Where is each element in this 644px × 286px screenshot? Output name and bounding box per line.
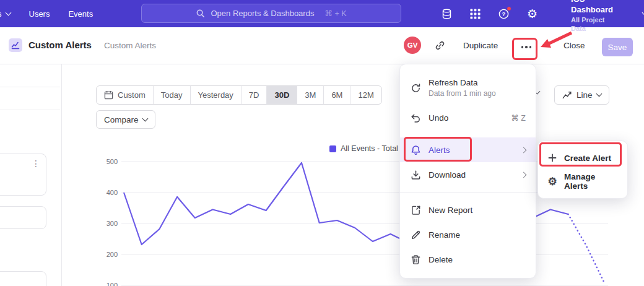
search-label: Open Reports & Dashboards	[211, 9, 314, 18]
date-range-selector: Custom Today Yesterday 7D 30D 3M 6M 12M	[96, 85, 382, 105]
menu-item-sublabel: Data from 1 min ago	[429, 89, 496, 98]
svg-text:?: ?	[502, 10, 506, 17]
trash-icon	[410, 254, 421, 265]
report-type-icon	[9, 38, 22, 52]
search-icon	[196, 9, 205, 18]
nav-item-users[interactable]: Users	[29, 9, 50, 19]
more-options-menu: Refresh Data Data from 1 min ago Undo ⌘ …	[399, 64, 536, 279]
share-link-icon[interactable]	[435, 40, 445, 53]
menu-item-label: Delete	[429, 255, 453, 264]
settings-icon[interactable]: ⚙	[527, 7, 537, 20]
top-navbar: s Users Events Open Reports & Dashboards…	[0, 0, 644, 27]
menu-item-rename[interactable]: Rename	[400, 222, 536, 247]
project-subtitle: All Project Data	[571, 15, 618, 33]
nav-item-truncated[interactable]: s	[0, 9, 11, 19]
date-range-today[interactable]: Today	[153, 86, 190, 104]
compare-button[interactable]: Compare	[96, 110, 155, 129]
chart-type-selector[interactable]: Line	[554, 85, 609, 105]
more-options-button[interactable]	[518, 39, 535, 55]
gear-icon: ⚙	[547, 176, 558, 187]
menu-item-label: Rename	[429, 230, 460, 240]
chevron-right-icon	[521, 171, 527, 178]
sidebar-card[interactable]: ⋮	[0, 154, 46, 196]
menu-item-label: Alerts	[429, 145, 450, 155]
report-toolbar: Custom Alerts Custom Alerts GV Duplicate…	[0, 27, 644, 64]
help-icon[interactable]: ?	[498, 7, 510, 20]
date-range-label: Custom	[118, 90, 146, 100]
undo-icon	[410, 113, 421, 123]
menu-item-refresh-data[interactable]: Refresh Data Data from 1 min ago	[400, 71, 536, 105]
duplicate-button[interactable]: Duplicate	[463, 41, 498, 50]
menu-divider	[400, 192, 536, 193]
calendar-icon	[104, 90, 113, 100]
date-range-7d[interactable]: 7D	[241, 86, 267, 104]
menu-item-undo[interactable]: Undo ⌘ Z	[400, 105, 536, 130]
menu-item-alerts[interactable]: Alerts	[400, 137, 536, 162]
data-icon[interactable]	[441, 7, 453, 20]
menu-item-delete[interactable]: Delete	[400, 247, 536, 272]
line-chart-icon	[562, 90, 572, 100]
more-options-icon	[521, 46, 524, 48]
submenu-item-manage-alerts[interactable]: ⚙ Manage Alerts	[538, 170, 627, 193]
kebab-menu-icon[interactable]: ⋮	[32, 159, 40, 168]
svg-text:400: 400	[107, 189, 118, 196]
legend-swatch	[329, 145, 336, 152]
date-range-30d[interactable]: 30D	[266, 86, 297, 104]
project-selector[interactable]: iOS Dashboard All Project Data	[571, 0, 618, 33]
submenu-item-label: Create Alert	[564, 154, 611, 163]
nav-item-label: Users	[29, 9, 50, 19]
menu-item-label: Refresh Data	[429, 78, 496, 87]
menu-item-label: New Report	[429, 206, 472, 215]
date-range-yesterday[interactable]: Yesterday	[190, 86, 241, 104]
date-range-6m[interactable]: 6M	[323, 86, 350, 104]
notification-dot	[507, 6, 511, 11]
alerts-submenu: Create Alert ⚙ Manage Alerts	[537, 141, 628, 199]
sidebar-card[interactable]	[0, 206, 46, 229]
chevron-down-icon	[596, 91, 602, 97]
compare-label: Compare	[104, 115, 139, 124]
close-button[interactable]: Close	[564, 41, 585, 50]
submenu-item-create-alert[interactable]: Create Alert	[538, 146, 627, 170]
menu-item-download[interactable]: Download	[400, 162, 536, 187]
keyboard-shortcut: ⌘ Z	[511, 113, 526, 123]
chevron-down-icon	[142, 115, 148, 121]
avatar[interactable]: GV	[404, 37, 421, 54]
svg-text:300: 300	[107, 220, 118, 227]
refresh-icon	[410, 83, 421, 93]
search-shortcut: ⌘ + K	[324, 9, 346, 18]
breadcrumb[interactable]: Custom Alerts	[104, 41, 156, 50]
save-button[interactable]: Save	[602, 38, 633, 56]
project-name: iOS Dashboard	[571, 0, 618, 15]
navbar-right: ? ⚙ iOS Dashboard All Project Data	[441, 0, 644, 27]
chart-legend: All Events - Total	[329, 144, 398, 153]
bell-icon	[410, 145, 421, 155]
menu-item-label: Download	[429, 170, 466, 180]
page-title: Custom Alerts	[28, 40, 92, 50]
nav-item-events[interactable]: Events	[68, 9, 93, 19]
menu-item-label: Undo	[429, 113, 448, 123]
svg-text:100: 100	[107, 282, 118, 286]
new-report-icon	[410, 205, 421, 215]
menu-item-new-report[interactable]: New Report	[400, 197, 536, 222]
global-search[interactable]: Open Reports & Dashboards ⌘ + K	[141, 4, 401, 23]
apps-grid-icon[interactable]	[470, 7, 481, 20]
date-range-3m[interactable]: 3M	[297, 86, 323, 104]
sidebar-card[interactable]	[0, 271, 46, 286]
nav-item-label: Events	[68, 9, 93, 19]
primary-nav: s Users Events	[0, 0, 93, 27]
chevron-down-icon	[5, 9, 11, 15]
sidebar-divider	[0, 87, 60, 87]
nav-item-label: s	[0, 9, 2, 19]
date-range-custom[interactable]: Custom	[97, 86, 153, 104]
date-range-12m[interactable]: 12M	[350, 86, 381, 104]
left-sidebar: ⋮	[0, 64, 62, 286]
pencil-icon	[410, 230, 421, 240]
svg-text:200: 200	[107, 251, 118, 258]
sidebar-divider	[0, 110, 60, 110]
legend-label: All Events - Total	[341, 144, 398, 153]
submenu-item-label: Manage Alerts	[564, 172, 619, 191]
plus-icon	[547, 153, 558, 163]
chart-type-label: Line	[577, 90, 593, 100]
chevron-right-icon	[521, 147, 527, 153]
chevron-down-icon[interactable]	[642, 9, 644, 15]
